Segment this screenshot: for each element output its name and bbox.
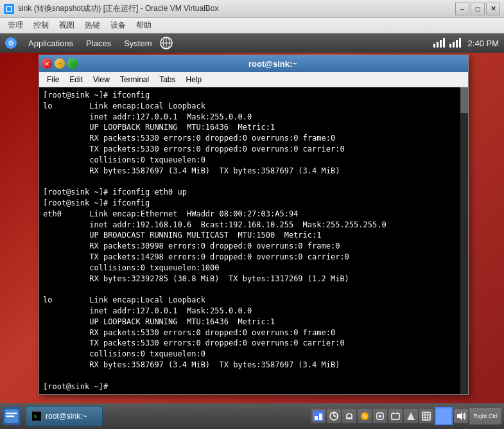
vbox-icon — [4, 4, 14, 14]
scrollbar-thumb[interactable] — [460, 87, 468, 113]
vbox-title: sink (转换snapshot成功) [正在运行] - Oracle VM V… — [18, 3, 455, 14]
window-title: root@sink:~ — [80, 59, 465, 69]
svg-point-33 — [379, 415, 381, 417]
window-taskbar-label: root@sink:~ — [46, 412, 87, 421]
system-menu[interactable]: System — [117, 33, 158, 53]
applications-menu[interactable]: Applications — [22, 33, 80, 53]
vbox-menu-control[interactable]: 控制 — [28, 19, 54, 32]
tray-icon-1[interactable] — [311, 409, 326, 423]
speaker-icon[interactable] — [454, 409, 468, 423]
tray-icon-7[interactable] — [404, 409, 418, 423]
taskbar-top-right: 2:40 PM — [433, 33, 504, 53]
gnome-taskbar-bottom: $ root@sink:~ ✎ — [0, 403, 504, 429]
svg-rect-15 — [456, 40, 458, 48]
vbox-menubar: 管理 控制 视图 热键 设备 帮助 — [0, 18, 504, 33]
window-taskbar-button[interactable]: $ root@sink:~ — [26, 406, 103, 426]
vbox-titlebar: sink (转换snapshot成功) [正在运行] - Oracle VM V… — [0, 0, 504, 18]
svg-text:⚙: ⚙ — [8, 39, 14, 47]
globe-icon — [159, 36, 173, 50]
svg-rect-12 — [443, 38, 445, 48]
vbox-controls: − □ ✕ — [455, 3, 500, 15]
svg-rect-29 — [347, 417, 351, 419]
menu-tabs[interactable]: Tabs — [154, 72, 180, 87]
terminal-body[interactable]: [root@sink ~]# ifconfig lo Link encap:Lo… — [39, 87, 468, 394]
window-minimize-button[interactable]: − — [55, 58, 65, 69]
vbox-menu-help[interactable]: 帮助 — [131, 19, 157, 32]
window-maximize-button[interactable]: □ — [67, 58, 78, 69]
vm-indicator — [435, 407, 453, 425]
menu-terminal[interactable]: Terminal — [115, 72, 154, 87]
svg-rect-9 — [433, 44, 435, 48]
svg-rect-10 — [437, 42, 439, 48]
window-close-button[interactable]: ✕ — [42, 58, 52, 69]
svg-rect-25 — [319, 414, 322, 420]
tray-icon-3[interactable] — [342, 409, 356, 423]
network-area — [433, 37, 463, 49]
clock: 2:40 PM — [468, 39, 499, 48]
network-icon-2 — [449, 37, 463, 49]
svg-rect-37 — [422, 412, 430, 420]
svg-rect-20 — [6, 416, 14, 417]
terminal-small-icon: $ — [31, 411, 42, 421]
menu-help[interactable]: Help — [181, 72, 207, 87]
vbox-menu-hotkey[interactable]: 热键 — [80, 19, 105, 32]
right-ctrl-label: Right Ctrl — [473, 413, 498, 419]
bottom-icon-1[interactable] — [1, 406, 22, 426]
gnome-taskbar-top: ⚙ Applications Places System — [0, 33, 504, 53]
system-tray: ✎ — [311, 407, 501, 425]
vbox-maximize-button[interactable]: □ — [471, 3, 485, 15]
tray-icon-5[interactable] — [373, 409, 387, 423]
svg-rect-19 — [6, 413, 17, 414]
taskbar-bottom-right: ✎ — [311, 407, 504, 425]
desktop: sink (转换snapshot成功) [正在运行] - Oracle VM V… — [0, 0, 504, 429]
tray-icon-4[interactable]: ✎ — [358, 409, 372, 423]
vbox-menu-manage[interactable]: 管理 — [3, 19, 28, 32]
menu-view[interactable]: View — [88, 72, 115, 87]
taskbar-bottom-left: $ root@sink:~ — [0, 403, 105, 429]
svg-rect-2 — [7, 7, 11, 11]
svg-text:✎: ✎ — [363, 414, 368, 420]
svg-text:$: $ — [34, 414, 37, 419]
vbox-menu-devices[interactable]: 设备 — [105, 19, 131, 32]
vbox-minimize-button[interactable]: − — [455, 3, 469, 15]
right-ctrl-indicator: Right Ctrl — [469, 408, 501, 425]
tray-icon-6[interactable] — [388, 409, 403, 423]
terminal-output: [root@sink ~]# ifconfig lo Link encap:Lo… — [43, 90, 464, 392]
terminal-window: ✕ − □ root@sink:~ File Edit View Termina… — [39, 55, 469, 395]
svg-rect-13 — [449, 44, 451, 48]
menu-file[interactable]: File — [42, 72, 64, 87]
network-icon — [433, 37, 447, 49]
menu-edit[interactable]: Edit — [64, 72, 88, 87]
places-menu[interactable]: Places — [80, 33, 117, 53]
svg-rect-16 — [459, 38, 461, 48]
window-menubar: File Edit View Terminal Tabs Help — [39, 72, 468, 87]
svg-marker-42 — [457, 412, 462, 420]
svg-rect-14 — [453, 42, 455, 48]
vbox-menu-view[interactable]: 视图 — [54, 19, 80, 32]
svg-rect-11 — [440, 40, 442, 48]
gnome-app-icon: ⚙ — [3, 35, 19, 51]
window-titlebar: ✕ − □ root@sink:~ — [39, 55, 468, 72]
svg-rect-24 — [315, 416, 318, 420]
svg-rect-34 — [392, 414, 399, 419]
tray-icon-2[interactable] — [327, 409, 341, 423]
tray-icon-8[interactable] — [419, 409, 433, 423]
terminal-scrollbar[interactable] — [460, 87, 468, 394]
vbox-close-button[interactable]: ✕ — [486, 3, 500, 15]
